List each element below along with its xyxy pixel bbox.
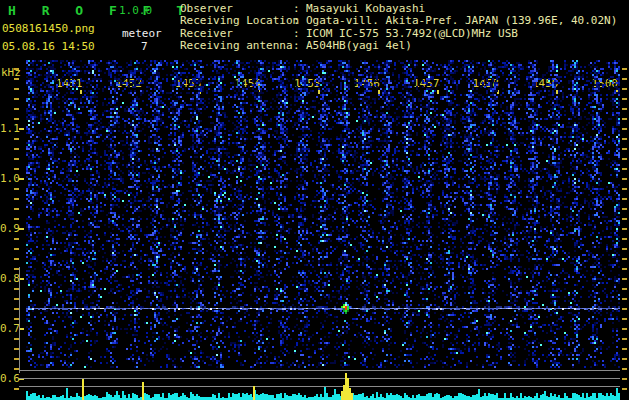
y-axis-tick — [14, 218, 19, 220]
y-axis-tick — [14, 248, 19, 250]
y-axis-tick-right — [622, 178, 627, 180]
y-axis-tick-right — [622, 368, 627, 370]
info-colon: : — [293, 15, 306, 27]
datetime-label: 05.08.16 14:50 — [2, 40, 95, 53]
y-axis-tick — [14, 238, 19, 240]
y-axis-label: 0.9 — [0, 222, 18, 235]
level-range-bar — [19, 267, 20, 373]
app-title: H R O F F T — [8, 3, 193, 18]
y-axis-tick-right — [622, 248, 627, 250]
y-axis-tick-right — [622, 358, 627, 360]
y-axis-tick — [14, 118, 19, 120]
y-axis-label: 1.1 — [0, 122, 18, 135]
info-row: Receiving Location:Ogata-vill. Akita-Pre… — [180, 15, 617, 27]
y-axis-tick-right — [622, 288, 627, 290]
y-axis-tick — [14, 168, 19, 170]
y-axis-tick — [14, 108, 19, 110]
info-value: Ogata-vill. Akita-Pref. JAPAN (139.96E, … — [306, 15, 617, 27]
spectrogram-canvas — [26, 60, 620, 368]
y-axis-tick-right — [622, 258, 627, 260]
y-axis-tick-right — [622, 138, 627, 140]
meteor-count: 7 — [141, 40, 148, 53]
output-filename: 0508161450.png — [2, 22, 95, 35]
y-axis-tick — [14, 88, 19, 90]
y-axis-tick-right — [622, 378, 627, 380]
info-row: Receiving antenna:A504HB(yagi 4el) — [180, 40, 617, 52]
info-label: Receiving Location — [180, 15, 293, 27]
y-axis-tick-right — [622, 168, 627, 170]
app-version: 1.0.0 — [119, 4, 152, 17]
y-axis-major-dash — [19, 228, 24, 230]
y-axis-tick-right — [622, 188, 627, 190]
y-axis-major-dash — [19, 178, 24, 180]
hrofft-output-image: H R O F F T 1.0.0 0508161450.png meteor … — [0, 0, 629, 400]
y-axis-label: 0.7 — [0, 322, 18, 335]
y-axis-label: 1.0 — [0, 172, 18, 185]
y-axis-tick — [14, 148, 19, 150]
signal-level-canvas — [26, 368, 620, 400]
y-axis-tick-right — [622, 98, 627, 100]
info-label: Receiving antenna — [180, 40, 293, 52]
y-axis-tick — [14, 388, 19, 390]
y-axis-tick-right — [622, 338, 627, 340]
y-axis-tick-right — [622, 148, 627, 150]
y-axis-tick — [14, 138, 19, 140]
y-axis-tick — [14, 258, 19, 260]
y-axis-tick — [14, 158, 19, 160]
info-colon: : — [293, 40, 306, 52]
y-axis-tick — [14, 198, 19, 200]
y-axis-tick-right — [622, 238, 627, 240]
mode-label: meteor — [122, 27, 162, 40]
y-axis-tick-right — [622, 88, 627, 90]
y-axis-label: 0.6 — [0, 372, 18, 385]
y-axis-tick-right — [622, 278, 627, 280]
y-axis-tick — [14, 68, 19, 70]
y-axis-tick-right — [622, 158, 627, 160]
y-axis-tick-right — [622, 208, 627, 210]
y-axis-tick — [14, 98, 19, 100]
observer-info-block: Observer:Masayuki KobayashiReceiving Loc… — [180, 3, 617, 53]
y-axis-tick-right — [622, 118, 627, 120]
y-axis-tick-right — [622, 68, 627, 70]
y-axis-tick-right — [622, 268, 627, 270]
y-axis-label: 0.8 — [0, 272, 18, 285]
info-value: A504HB(yagi 4el) — [306, 40, 412, 52]
y-axis-tick-right — [622, 228, 627, 230]
y-axis-tick-right — [622, 78, 627, 80]
y-axis-tick-right — [622, 128, 627, 130]
y-axis-tick-right — [622, 348, 627, 350]
y-axis-tick-right — [622, 108, 627, 110]
y-axis-tick — [14, 208, 19, 210]
y-axis-tick — [14, 188, 19, 190]
y-axis-tick-right — [622, 298, 627, 300]
y-axis-tick-right — [622, 328, 627, 330]
y-axis-tick-right — [622, 218, 627, 220]
y-axis-tick-right — [622, 318, 627, 320]
y-axis-major-dash — [19, 128, 24, 130]
y-axis-tick — [14, 78, 19, 80]
y-axis-tick-right — [622, 388, 627, 390]
y-axis-tick-right — [622, 308, 627, 310]
y-axis-tick-right — [622, 198, 627, 200]
